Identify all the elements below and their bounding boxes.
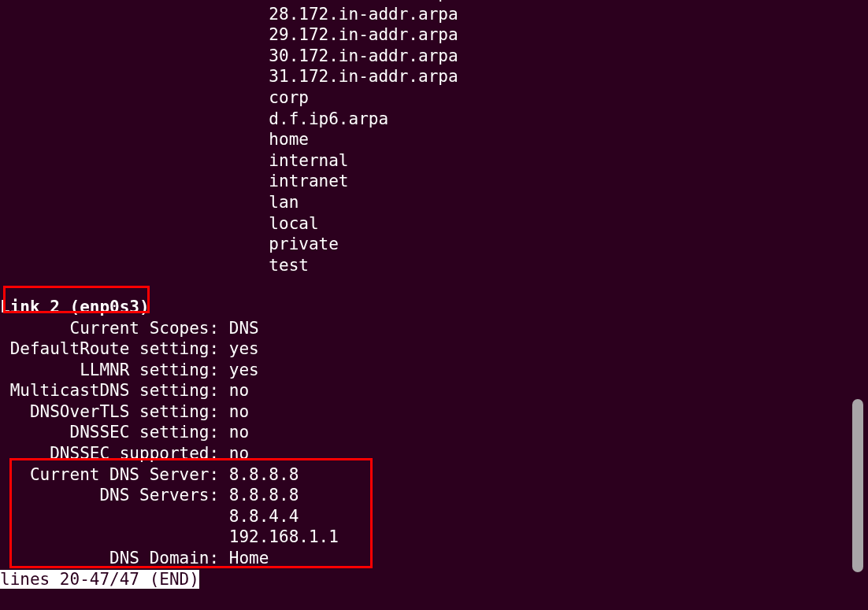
link-heading: Link 2 (enp0s3) — [0, 297, 868, 318]
dns-domain-entry: d.f.ip6.arpa — [0, 109, 868, 130]
kv-row: DNS Servers: 8.8.8.8 — [0, 485, 868, 506]
kv-row: DNSSEC supported: no — [0, 443, 868, 464]
kv-row: 192.168.1.1 — [0, 527, 868, 548]
kv-row: LLMNR setting: yes — [0, 360, 868, 381]
dns-domain-entry: internal — [0, 150, 868, 172]
kv-row: DNSSEC setting: no — [0, 422, 868, 443]
dns-domain-entry: corp — [0, 87, 868, 109]
kv-row: MulticastDNS setting: no — [0, 380, 868, 401]
kv-row: Current DNS Server: 8.8.8.8 — [0, 464, 868, 486]
terminal-viewport[interactable]: 27.172.in-addr.arpa 28.172.in-addr.arpa … — [0, 0, 868, 593]
dns-domain-entry: lan — [0, 192, 868, 213]
kv-row: DNSOverTLS setting: no — [0, 401, 868, 423]
dns-domain-entry: home — [0, 129, 868, 150]
dns-domain-entry: 29.172.in-addr.arpa — [0, 24, 868, 46]
kv-row: DNS Domain: Home — [0, 548, 868, 569]
dns-domain-entry: 31.172.in-addr.arpa — [0, 66, 868, 87]
kv-row: Current Scopes: DNS — [0, 318, 868, 339]
blank-line — [0, 275, 868, 297]
dns-domain-entry: test — [0, 255, 868, 276]
dns-domain-entry: 28.172.in-addr.arpa — [0, 4, 868, 25]
dns-domain-entry: private — [0, 234, 868, 255]
dns-domain-entry: intranet — [0, 171, 868, 192]
dns-domain-entry: local — [0, 213, 868, 235]
dns-domain-entry: 30.172.in-addr.arpa — [0, 46, 868, 67]
kv-row: DefaultRoute setting: yes — [0, 338, 868, 360]
scrollbar-thumb[interactable] — [852, 399, 863, 572]
pager-status-line: lines 20-47/47 (END) — [0, 569, 868, 590]
kv-row: 8.8.4.4 — [0, 506, 868, 527]
